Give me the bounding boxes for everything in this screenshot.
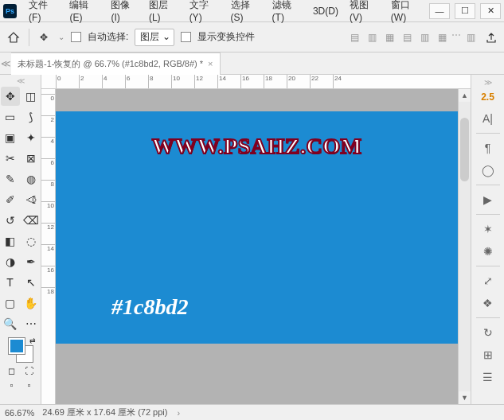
toolbar: ≪ ✥ ◫ ▭ ⟆ ▣ ✦ ✂ ⊠ ✎ ◍ ✐ ⏿ ↺ ⌫ ◧ ◌ ◑ ✒ T … [0, 75, 41, 404]
tab-handle-icon[interactable]: ≪ [0, 58, 11, 69]
tab-close-icon[interactable]: × [208, 59, 213, 68]
type-tool[interactable]: T [1, 273, 20, 292]
color-panel-icon[interactable]: ◯ [475, 159, 501, 181]
panel-handle-icon[interactable]: ≫ [484, 78, 492, 87]
menu-file[interactable]: 文件(F) [23, 0, 64, 26]
align-right-icon[interactable]: ▦ [381, 29, 397, 45]
auto-select-label: 自动选择: [88, 30, 128, 44]
object-select-tool[interactable]: ▣ [1, 128, 20, 147]
actions-panel-icon[interactable]: ▶ [475, 189, 501, 211]
close-button[interactable]: ✕ [480, 3, 501, 19]
show-transform-label: 显示变换控件 [197, 30, 255, 44]
eyedropper-tool[interactable]: ✎ [1, 169, 20, 189]
auto-select-checkbox[interactable] [71, 32, 81, 42]
align-bottom-icon[interactable]: ▦ [434, 29, 450, 45]
minimize-button[interactable]: — [429, 3, 450, 19]
menu-text[interactable]: 文字(Y) [184, 0, 225, 26]
brush-tool[interactable]: ✐ [1, 190, 20, 209]
edit-toolbar[interactable]: ⋯ [21, 314, 41, 333]
right-panel: ≫ 2.5 A| ¶ ◯ ▶ ✶ ✺ ⤢ ❖ ↻ ⊞ ☰ [471, 75, 504, 404]
screenmode-icon[interactable]: ⛶ [22, 365, 37, 376]
options-divider [29, 29, 29, 46]
spot-heal-tool[interactable]: ◍ [21, 169, 41, 189]
align-center-v-icon[interactable]: ▥ [416, 29, 432, 45]
blur-tool[interactable]: ◌ [21, 231, 41, 251]
menu-3d[interactable]: 3D(D) [307, 2, 344, 20]
dropdown-caret-icon[interactable]: ⌄ [58, 33, 64, 41]
character-panel-icon[interactable]: A| [475, 107, 501, 130]
menubar: Ps 文件(F) 编辑(E) 图像(I) 图层(L) 文字(Y) 选择(S) 滤… [0, 0, 504, 22]
clone-panel-icon[interactable]: ⊞ [475, 344, 501, 366]
mode-full-icon[interactable]: ▫ [22, 379, 37, 391]
scroll-up-icon[interactable]: ▲ [459, 89, 471, 102]
show-transform-checkbox[interactable] [181, 32, 191, 42]
magic-wand-tool[interactable]: ✦ [21, 128, 41, 147]
document-canvas[interactable]: WWW.PSAHZ.COM #1c8bd2 [56, 111, 458, 344]
status-zoom[interactable]: 66.67% [5, 408, 34, 418]
adjustments-panel-icon[interactable]: ✺ [475, 240, 501, 262]
hand-tool[interactable]: ✋ [21, 294, 41, 313]
quickmask-icon[interactable]: ◻ [5, 365, 19, 376]
align-left-icon[interactable]: ▤ [346, 29, 362, 45]
navigation-panel-icon[interactable]: ❖ [475, 292, 501, 314]
maximize-button[interactable]: ☐ [455, 3, 475, 19]
eraser-tool[interactable]: ⌫ [21, 211, 41, 230]
color-swatch[interactable]: ⇄ [9, 338, 33, 362]
document-tab[interactable]: 未标题-1-恢复的 @ 66.7% (#1c8bd2, RGB/8#) * × [11, 52, 221, 75]
properties-panel-icon[interactable]: ⤢ [475, 270, 501, 292]
scroll-thumb[interactable] [460, 118, 469, 181]
dodge-tool[interactable]: ◑ [1, 252, 20, 271]
options-more-icon[interactable]: ⋯ [451, 29, 461, 45]
ruler-vertical[interactable]: 0 2 4 6 8 10 12 14 16 18 [41, 89, 56, 404]
history-panel-icon[interactable]: ↻ [475, 321, 501, 344]
canvas-viewport[interactable]: WWW.PSAHZ.COM #1c8bd2 [56, 89, 458, 404]
target-dropdown[interactable]: 图层 [135, 29, 174, 46]
toolbar-handle-icon[interactable]: ≪ [17, 76, 25, 85]
scroll-down-icon[interactable]: ▼ [459, 391, 471, 404]
menu-image[interactable]: 图像(I) [105, 0, 143, 26]
gradient-tool[interactable]: ◧ [1, 231, 20, 251]
move-tool[interactable]: ✥ [1, 87, 20, 106]
canvas-text-url: WWW.PSAHZ.COM [152, 134, 362, 159]
marquee-tool[interactable]: ▭ [1, 107, 20, 126]
menu-edit[interactable]: 编辑(E) [64, 0, 105, 26]
options-bar: ✥ ⌄ 自动选择: 图层 显示变换控件 ▤ ▥ ▦ ▤ ▥ ▦ ⋯ ▥ [0, 22, 504, 52]
swap-colors-icon[interactable]: ⇄ [29, 336, 36, 344]
menu-filter[interactable]: 滤镜(T) [267, 0, 307, 26]
tab-title: 未标题-1-恢复的 @ 66.7% (#1c8bd2, RGB/8#) * [18, 58, 203, 70]
menu-select[interactable]: 选择(S) [225, 0, 267, 26]
status-more-icon[interactable]: › [177, 408, 180, 418]
info-panel-icon[interactable]: ☰ [475, 366, 501, 388]
frame-tool[interactable]: ⊠ [21, 149, 41, 168]
status-dimensions: 24.69 厘米 x 17.64 厘米 (72 ppi) [42, 406, 167, 418]
history-brush-tool[interactable]: ↺ [1, 211, 20, 230]
lasso-tool[interactable]: ⟆ [21, 107, 41, 126]
path-select-tool[interactable]: ↖ [21, 273, 41, 292]
paragraph-panel-icon[interactable]: ¶ [475, 137, 501, 159]
pen-tool[interactable]: ✒ [21, 252, 41, 271]
align-top-icon[interactable]: ▤ [399, 29, 415, 45]
stamp-tool[interactable]: ⏿ [21, 190, 41, 209]
zoom-tool[interactable]: 🔍 [1, 314, 20, 333]
align-center-h-icon[interactable]: ▥ [364, 29, 380, 45]
ruler-horizontal[interactable]: 0 2 4 6 8 10 12 14 16 18 20 22 24 [41, 75, 471, 89]
scroll-track[interactable] [459, 102, 471, 391]
brushes-panel-icon[interactable]: ✶ [475, 218, 501, 240]
menu-view[interactable]: 视图(V) [344, 0, 385, 26]
app-logo: Ps [3, 4, 17, 18]
menu-window[interactable]: 窗口(W) [385, 0, 429, 26]
status-bar: 66.67% 24.69 厘米 x 17.64 厘米 (72 ppi) › [0, 404, 504, 420]
rectangle-tool[interactable]: ▢ [1, 294, 20, 313]
mode-standard-icon[interactable]: ▫ [5, 379, 19, 391]
canvas-area: 0 2 4 6 8 10 12 14 16 18 20 22 24 0 2 4 … [41, 75, 471, 404]
vertical-scrollbar[interactable]: ▲ ▼ [458, 89, 471, 404]
distribute-icon[interactable]: ▥ [463, 29, 479, 45]
foreground-color-swatch[interactable] [9, 338, 25, 354]
crop-tool[interactable]: ✂ [1, 149, 20, 168]
menu-layer[interactable]: 图层(L) [143, 0, 184, 26]
home-icon[interactable] [5, 29, 22, 46]
share-icon[interactable] [483, 29, 499, 45]
panel-value[interactable]: 2.5 [481, 91, 494, 103]
artboard-tool[interactable]: ◫ [21, 87, 41, 106]
move-tool-icon[interactable]: ✥ [36, 29, 52, 45]
